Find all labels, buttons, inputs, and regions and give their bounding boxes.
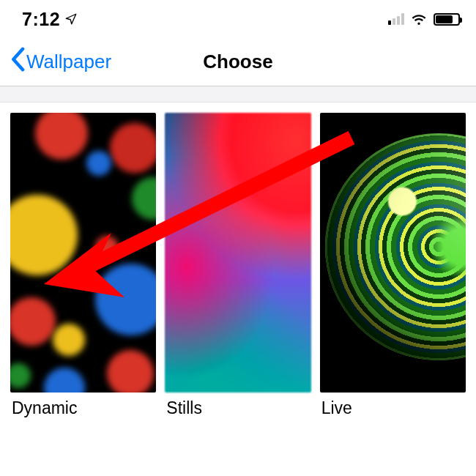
battery-icon — [434, 13, 460, 26]
stills-thumbnail — [165, 113, 310, 393]
back-button[interactable]: Wallpaper — [10, 47, 111, 77]
chevron-left-icon — [10, 47, 25, 77]
cell-signal-icon — [388, 13, 404, 25]
status-bar: 7:12 — [0, 0, 476, 38]
status-right — [388, 10, 460, 28]
wallpaper-category-live[interactable]: Live — [320, 113, 466, 418]
wallpaper-category-dynamic[interactable]: Dynamic — [10, 113, 156, 418]
status-time-group: 7:12 — [22, 9, 78, 30]
category-label: Stills — [165, 398, 310, 418]
back-label: Wallpaper — [26, 51, 111, 73]
nav-bar: Wallpaper Choose — [0, 38, 476, 86]
category-label: Live — [320, 398, 466, 418]
category-label: Dynamic — [10, 398, 156, 418]
wallpaper-category-grid: Dynamic Stills Live — [0, 103, 476, 424]
location-arrow-icon — [64, 9, 78, 30]
live-thumbnail — [320, 113, 466, 393]
dynamic-thumbnail — [10, 113, 156, 393]
status-time: 7:12 — [22, 9, 60, 30]
wallpaper-category-stills[interactable]: Stills — [165, 113, 310, 418]
wifi-icon — [410, 10, 428, 28]
section-gap — [0, 86, 476, 103]
